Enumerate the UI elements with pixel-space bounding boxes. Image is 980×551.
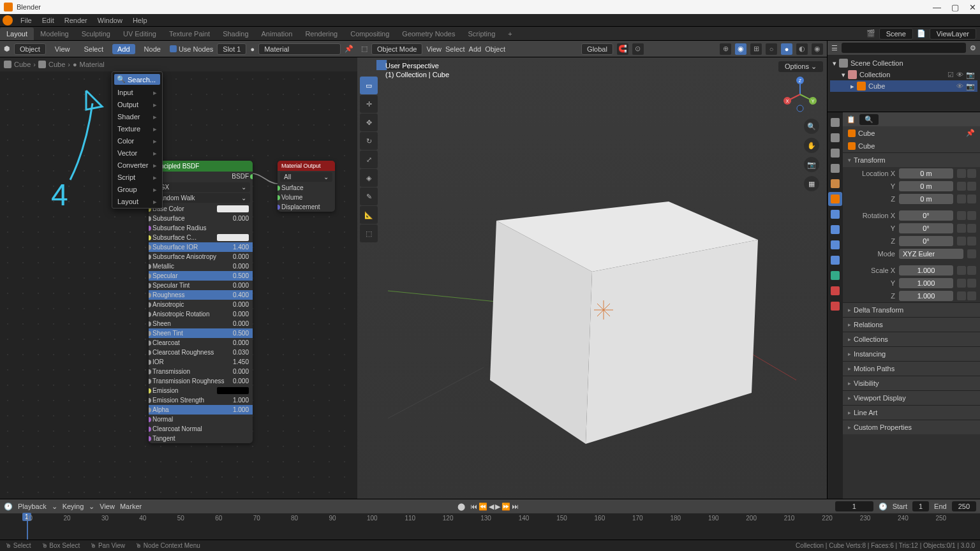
tab-modeling[interactable]: Modeling [34,27,75,40]
mout-target[interactable]: All⌄ [280,172,332,182]
prop-render-icon[interactable] [828,115,842,129]
prop-data-icon[interactable] [828,268,842,283]
node-principled-bsdf[interactable]: Principled BSDF BSDF GGX⌄ Random Walk⌄ B… [149,161,253,443]
bsdf-specular-tint[interactable]: Specular Tint0.000 [149,281,253,290]
shading-solid-icon[interactable]: ● [781,43,792,55]
prop-modifier-icon[interactable] [828,207,842,221]
tool-select-icon[interactable]: ▭ [360,77,378,94]
camera-icon[interactable]: 📷 [804,157,819,172]
prop-particles-icon[interactable] [828,223,842,237]
snap-icon[interactable]: 🧲 [617,43,628,55]
panel-visibility[interactable]: ▸Visibility [843,376,980,390]
proportional-icon[interactable]: ⊙ [632,43,644,55]
bsdf-subsurface-c-[interactable]: Subsurface C... [149,233,253,242]
bsdf-header[interactable]: Principled BSDF [149,161,253,172]
panel-instancing[interactable]: ▸Instancing [843,347,980,361]
panel-transform[interactable]: ▾Transform [843,153,980,167]
clock-icon[interactable]: 🕐 [879,503,887,511]
add-script[interactable]: Script▸ [112,172,162,184]
tab-texpaint[interactable]: Texture Paint [163,27,216,40]
bsdf-distribution[interactable]: GGX⌄ [151,182,250,192]
shading-wire-icon[interactable]: ○ [766,43,777,55]
tab-animation[interactable]: Animation [255,27,299,40]
lock-icon[interactable] [957,169,966,178]
outliner-collection[interactable]: ▾Collection☑👁📷 [830,69,977,80]
node-view[interactable]: View [50,44,75,54]
rot-y[interactable]: 0° [899,223,953,233]
bsdf-anisotropic-rotation[interactable]: Anisotropic Rotation0.000 [149,309,253,319]
bsdf-base-color[interactable]: Base Color [149,204,253,214]
add-color[interactable]: Color▸ [112,135,162,147]
bsdf-metallic[interactable]: Metallic0.000 [149,261,253,271]
autokey-icon[interactable]: ⬤ [457,503,465,511]
node-node[interactable]: Node [139,44,166,54]
menu-window[interactable]: Window [93,15,128,26]
viewport-options[interactable]: Options ⌄ [778,61,823,72]
filter-icon[interactable]: ⚙ [970,44,976,52]
rot-z[interactable]: 0° [899,236,953,246]
vp-add[interactable]: Add [469,45,482,53]
tab-uv[interactable]: UV Editing [117,27,163,40]
prop-physics-icon[interactable] [828,238,842,252]
keyframe-next-icon[interactable]: ⏩ [501,503,510,511]
panel-collections[interactable]: ▸Collections [843,332,980,346]
orientation-dd[interactable]: Global [581,43,613,55]
interaction-mode[interactable]: Object Mode [371,43,422,55]
vp-view[interactable]: View [426,45,442,53]
viewport-editor-icon[interactable]: ⬚ [361,45,368,53]
scale-y[interactable]: 1.000 [899,278,953,288]
tool-move-icon[interactable]: ✥ [360,114,378,131]
menu-render[interactable]: Render [59,15,93,26]
add-shader[interactable]: Shader▸ [112,111,162,123]
bsdf-alpha[interactable]: Alpha1.000 [149,405,253,415]
node-select[interactable]: Select [78,44,108,54]
prop-editor-icon[interactable]: 📋 [847,115,856,124]
bsdf-transmission-roughness[interactable]: Transmission Roughness0.000 [149,376,253,386]
prop-material-icon[interactable] [828,284,842,298]
prop-world-icon[interactable] [828,177,842,191]
bsdf-subsurface-radius[interactable]: Subsurface Radius [149,223,253,233]
bsdf-anisotropic[interactable]: Anisotropic0.000 [149,300,253,309]
prop-name-field[interactable]: Cube [843,140,980,152]
panel-motion-paths[interactable]: ▸Motion Paths [843,362,980,376]
bsdf-roughness[interactable]: Roughness0.400 [149,290,253,300]
shading-rendered-icon[interactable]: ◉ [812,43,823,55]
bsdf-clearcoat-roughness[interactable]: Clearcoat Roughness0.030 [149,348,253,357]
node-mode-dd[interactable]: Object [14,43,46,55]
minimize-icon[interactable]: — [933,3,941,12]
tab-sculpting[interactable]: Sculpting [75,27,117,40]
zoom-icon[interactable]: 🔍 [804,119,819,134]
shader-editor-icon[interactable]: ⬢ [4,45,10,53]
bsdf-sheen[interactable]: Sheen0.000 [149,319,253,328]
xray-icon[interactable]: ⊞ [750,43,762,55]
tab-rendering[interactable]: Rendering [299,27,344,40]
add-converter[interactable]: Converter▸ [112,159,162,172]
loc-x[interactable]: 0 m [899,168,953,179]
prop-texture-icon[interactable] [828,299,842,313]
timeline-icon[interactable]: 🕐 [4,503,13,511]
tab-scripting[interactable]: Scripting [461,27,501,40]
prop-search[interactable]: 🔍 [859,114,879,125]
tab-add[interactable]: + [501,27,518,40]
add-vector[interactable]: Vector▸ [112,147,162,159]
tl-marker[interactable]: Marker [120,503,142,510]
prop-viewlayer-icon[interactable] [828,146,842,160]
jump-start-icon[interactable]: ⏮ [470,503,477,511]
panel-viewport-display[interactable]: ▸Viewport Display [843,391,980,405]
outliner-search[interactable] [842,43,966,53]
add-input[interactable]: Input▸ [112,87,162,99]
tab-layout[interactable]: Layout [0,27,34,40]
prop-object-icon[interactable] [828,192,842,206]
bsdf-clearcoat[interactable]: Clearcoat0.000 [149,338,253,348]
prop-constraint-icon[interactable] [828,253,842,267]
bsdf-emission[interactable]: Emission [149,386,253,395]
add-texture[interactable]: Texture▸ [112,123,162,135]
pin-icon[interactable]: 📌 [345,45,353,53]
start-frame[interactable]: 1 [912,501,929,511]
tool-annotate-icon[interactable]: ✎ [360,187,378,205]
jump-end-icon[interactable]: ⏭ [512,503,519,511]
current-frame[interactable]: 1 [835,501,873,511]
tab-geonodes[interactable]: Geometry Nodes [396,27,461,40]
close-icon[interactable]: ✕ [969,3,976,12]
use-nodes-checkbox[interactable]: Use Nodes [170,45,213,53]
